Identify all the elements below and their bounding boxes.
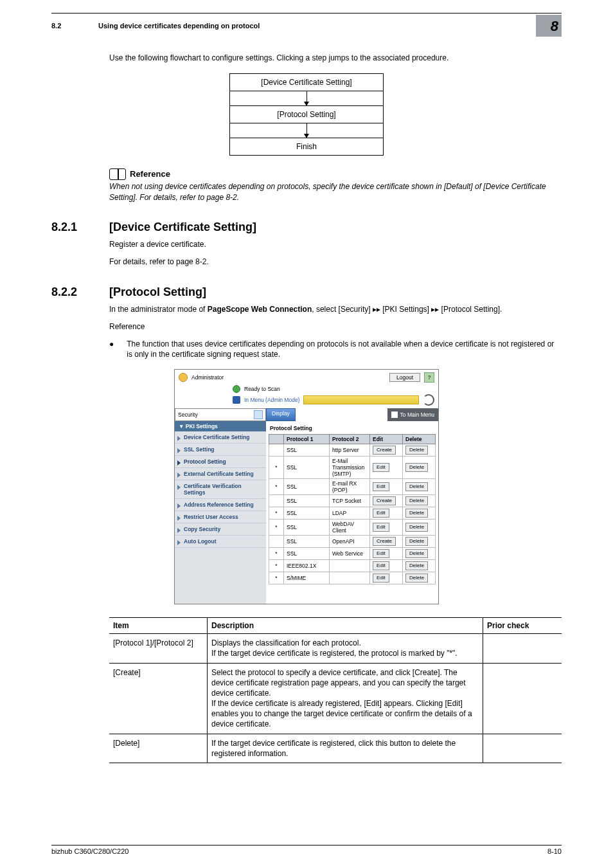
- sidebar-item[interactable]: Certificate Verification Settings: [175, 480, 266, 499]
- delete-button[interactable]: Delete: [405, 537, 428, 546]
- refresh-icon[interactable]: [423, 394, 434, 406]
- heading-8-2-1: 8.2.1 [Device Certificate Setting]: [51, 221, 562, 234]
- delete-button[interactable]: Delete: [405, 446, 428, 455]
- table-row: *SSLE-mail RX (POP)EditDelete: [269, 479, 436, 495]
- table-row: SSLOpenAPICreateDelete: [269, 536, 436, 548]
- flowchart: [Device Certificate Setting] [Protocol S…: [229, 73, 384, 156]
- flow-step-3: Finish: [229, 138, 384, 156]
- sidebar-item[interactable]: Restrict User Access: [175, 511, 266, 523]
- to-main-menu-button[interactable]: To Main Menu: [387, 408, 438, 421]
- heading-8-2-2: 8.2.2 [Protocol Setting]: [51, 285, 562, 299]
- col-delete: Delete: [403, 435, 436, 444]
- edit-button[interactable]: Edit: [373, 482, 389, 491]
- flow-step-1[interactable]: [Device Certificate Setting]: [229, 73, 384, 91]
- table-row: SSLhttp ServerCreateDelete: [269, 444, 436, 457]
- items-table: Item Description Prior check [Protocol 1…: [109, 617, 562, 763]
- s822-bullet: ● The function that uses device certific…: [109, 339, 562, 361]
- mode-label: In Menu (Admin Mode): [244, 397, 299, 403]
- flow-step-2[interactable]: [Protocol Setting]: [229, 105, 384, 123]
- table-row: [Create]Select the protocol to specify a…: [109, 663, 562, 734]
- create-button[interactable]: Create: [373, 496, 396, 505]
- create-button[interactable]: Create: [373, 446, 396, 455]
- sidebar-item[interactable]: Device Certificate Setting: [175, 431, 266, 444]
- admin-icon: [179, 373, 188, 382]
- app-screenshot: Administrator Logout ? Ready to Scan In …: [174, 369, 439, 604]
- table-row: *SSLWebDAV ClientEditDelete: [269, 520, 436, 536]
- delete-button[interactable]: Delete: [405, 509, 428, 518]
- footer-page: 8-10: [547, 847, 562, 855]
- category-select[interactable]: Security: [175, 408, 266, 421]
- chapter-badge: 8: [536, 15, 562, 37]
- mode-icon: [233, 396, 240, 404]
- table-row: SSLTCP SocketCreateDelete: [269, 495, 436, 507]
- reference-text: When not using device certificates depen…: [109, 181, 562, 203]
- s821-p2: For details, refer to page 8-2.: [109, 257, 562, 267]
- delete-button[interactable]: Delete: [405, 482, 428, 491]
- table-row: *SSLWeb ServiceEditDelete: [269, 548, 436, 560]
- edit-button[interactable]: Edit: [373, 561, 389, 570]
- main-menu-icon: [391, 411, 398, 418]
- sidebar-item[interactable]: Address Reference Setting: [175, 499, 266, 511]
- delete-button[interactable]: Delete: [405, 496, 428, 505]
- col-protocol2: Protocol 2: [330, 435, 370, 444]
- table-row: [Delete]If the target device certificate…: [109, 734, 562, 763]
- help-button[interactable]: ?: [424, 372, 434, 383]
- col-protocol1: Protocol 1: [284, 435, 330, 444]
- running-header: 8.2 Using device certificates depending …: [51, 15, 562, 37]
- sidebar-item[interactable]: Auto Logout: [175, 536, 266, 548]
- table-row: *S/MIMEEditDelete: [269, 572, 436, 584]
- delete-button[interactable]: Delete: [405, 574, 428, 583]
- sidebar-item[interactable]: Copy Security: [175, 523, 266, 536]
- reference-label: Reference: [130, 169, 170, 179]
- delete-button[interactable]: Delete: [405, 561, 428, 570]
- edit-button[interactable]: Edit: [373, 509, 389, 518]
- edit-button[interactable]: Edit: [373, 549, 389, 558]
- delete-button[interactable]: Delete: [405, 549, 428, 558]
- sidebar-item[interactable]: SSL Setting: [175, 444, 266, 456]
- sidebar: ▼ PKI Settings Device Certificate Settin…: [175, 421, 266, 604]
- sidebar-item[interactable]: External Certificate Setting: [175, 468, 266, 480]
- sidebar-item[interactable]: Protocol Setting: [175, 456, 266, 468]
- edit-button[interactable]: Edit: [373, 463, 389, 472]
- table-row: *IEEE802.1XEditDelete: [269, 560, 436, 572]
- status-text: Ready to Scan: [244, 386, 280, 392]
- sidebar-heading: ▼ PKI Settings: [175, 421, 266, 431]
- footer-product: bizhub C360/C280/C220: [51, 847, 129, 855]
- page-footer: bizhub C360/C280/C220 8-10: [51, 845, 562, 855]
- mode-bar: [303, 395, 419, 404]
- display-button[interactable]: Display: [266, 408, 296, 421]
- status-icon: [233, 385, 240, 393]
- create-button[interactable]: Create: [373, 537, 396, 546]
- s822-reference-label: Reference: [109, 321, 562, 332]
- edit-button[interactable]: Edit: [373, 523, 389, 532]
- delete-button[interactable]: Delete: [405, 463, 428, 472]
- delete-button[interactable]: Delete: [405, 523, 428, 532]
- table-row: *SSLLDAPEditDelete: [269, 507, 436, 520]
- table-row: [Protocol 1]/[Proto­col 2]Displays the c…: [109, 634, 562, 663]
- section-title: Using device certificates depending on p…: [98, 22, 260, 30]
- table-row: *SSLE-Mail Transmission (SMTP)EditDelete: [269, 457, 436, 479]
- col-edit: Edit: [370, 435, 403, 444]
- chevron-down-icon: [254, 410, 263, 419]
- items-h2: Description: [208, 618, 483, 634]
- s821-p1: Register a device certificate.: [109, 239, 562, 250]
- logout-button[interactable]: Logout: [389, 373, 420, 382]
- protocol-table: Protocol 1 Protocol 2 Edit Delete SSLhtt…: [269, 434, 436, 584]
- s822-p1: In the administrator mode of PageScope W…: [109, 304, 562, 315]
- admin-label: Administrator: [191, 374, 224, 381]
- intro-text: Use the following flowchart to configure…: [109, 53, 562, 64]
- items-h1: Item: [109, 618, 208, 634]
- content-title: Protocol Setting: [269, 422, 436, 434]
- items-h3: Prior check: [483, 618, 562, 634]
- section-number: 8.2: [51, 22, 96, 30]
- edit-button[interactable]: Edit: [373, 574, 389, 583]
- book-icon: [109, 168, 126, 180]
